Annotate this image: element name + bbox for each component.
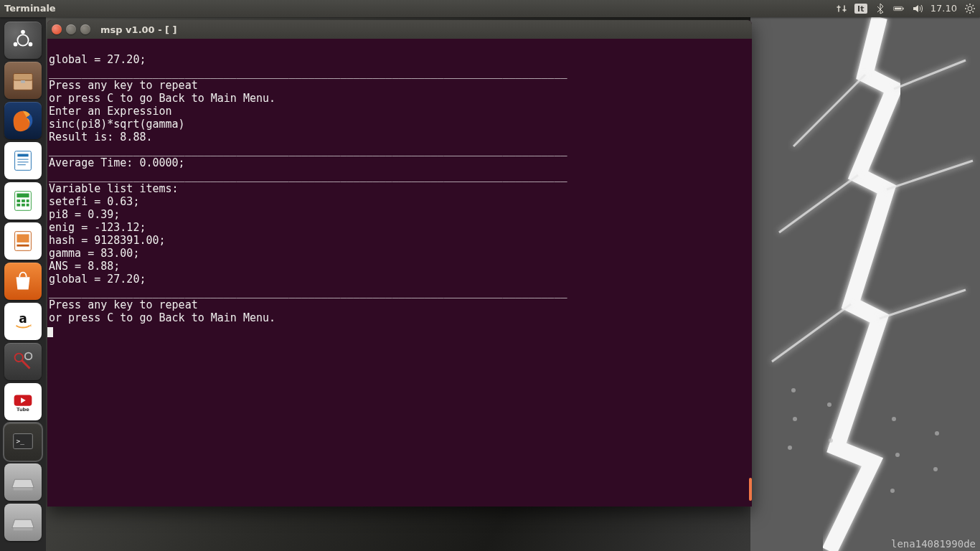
svg-line-11 bbox=[973, 5, 974, 6]
file-manager-icon bbox=[9, 67, 37, 94]
session-indicator[interactable] bbox=[964, 3, 976, 14]
svg-point-14 bbox=[14, 42, 18, 47]
unity-launcher: a Tube >_ bbox=[0, 17, 46, 551]
terminal-line: Result is: 8.88. bbox=[47, 131, 752, 143]
ubuntu-logo-icon bbox=[9, 27, 37, 54]
svg-point-46 bbox=[793, 417, 797, 421]
launcher-firefox[interactable] bbox=[4, 102, 42, 139]
wallpaper-watermark: lena14081990de bbox=[891, 538, 976, 550]
launcher-drive-2[interactable] bbox=[4, 504, 42, 541]
terminal-line: pi8 = 0.39; bbox=[47, 208, 752, 221]
terminal-scrollbar-thumb[interactable] bbox=[749, 478, 752, 501]
terminal-line: Variable list items: bbox=[47, 182, 752, 195]
top-panel: Terminale It 17.10 bbox=[0, 0, 980, 17]
launcher-terminal[interactable]: >_ bbox=[4, 423, 42, 461]
window-minimize-button[interactable] bbox=[66, 24, 76, 34]
launcher-settings[interactable] bbox=[4, 343, 42, 380]
terminal-body[interactable]: global = 27.20;_________________________… bbox=[47, 39, 752, 507]
svg-text:a: a bbox=[19, 311, 27, 326]
svg-point-45 bbox=[791, 388, 796, 392]
terminal-line: global = 27.20; bbox=[47, 273, 752, 286]
svg-point-53 bbox=[935, 431, 939, 435]
svg-point-54 bbox=[933, 467, 938, 471]
terminal-line: ________________________________________… bbox=[47, 66, 752, 79]
terminal-line: Press any key to repeat bbox=[47, 298, 752, 311]
amazon-icon: a bbox=[9, 308, 37, 335]
drive-icon bbox=[9, 468, 37, 496]
svg-point-48 bbox=[827, 402, 831, 407]
drive-icon bbox=[9, 509, 37, 536]
terminal-title: msp v1.00 - [ ] bbox=[100, 24, 177, 35]
launcher-amazon[interactable]: a bbox=[4, 303, 42, 340]
keyboard-layout-label: It bbox=[854, 4, 867, 14]
bluetooth-indicator[interactable] bbox=[875, 3, 886, 14]
battery-indicator[interactable] bbox=[893, 3, 905, 14]
terminal-titlebar[interactable]: msp v1.00 - [ ] bbox=[47, 20, 752, 39]
svg-point-49 bbox=[829, 438, 833, 443]
svg-line-8 bbox=[966, 5, 968, 6]
keyboard-layout-indicator[interactable]: It bbox=[854, 4, 867, 14]
svg-point-52 bbox=[890, 489, 895, 493]
sound-indicator[interactable] bbox=[912, 3, 923, 14]
terminal-line: Average Time: 0.0000; bbox=[47, 156, 752, 169]
clock[interactable]: 17.10 bbox=[930, 0, 957, 17]
svg-rect-28 bbox=[22, 199, 25, 202]
terminal-cursor bbox=[47, 327, 53, 337]
svg-point-15 bbox=[29, 42, 33, 47]
terminal-line: enig = -123.12; bbox=[47, 221, 752, 234]
launcher-impress[interactable] bbox=[4, 222, 42, 260]
launcher-software-center[interactable] bbox=[4, 263, 42, 300]
terminal-line: ________________________________________… bbox=[47, 286, 752, 298]
terminal-line: sinc(pi8)*sqrt(gamma) bbox=[47, 118, 752, 131]
launcher-calc[interactable] bbox=[4, 182, 42, 220]
svg-rect-35 bbox=[17, 245, 29, 247]
svg-rect-30 bbox=[17, 204, 20, 207]
wallpaper-lightning bbox=[750, 17, 980, 551]
wrench-gear-icon bbox=[9, 348, 37, 375]
svg-rect-26 bbox=[17, 194, 29, 198]
launcher-youtube[interactable]: Tube bbox=[4, 383, 42, 420]
window-maximize-button[interactable] bbox=[80, 24, 90, 34]
launcher-drive-1[interactable] bbox=[4, 463, 42, 501]
svg-rect-21 bbox=[17, 154, 28, 157]
window-close-button[interactable] bbox=[52, 24, 62, 34]
svg-point-12 bbox=[17, 34, 28, 45]
svg-rect-32 bbox=[27, 204, 29, 207]
youtube-icon: Tube bbox=[9, 388, 37, 415]
gear-icon bbox=[964, 3, 976, 14]
network-indicator[interactable] bbox=[836, 3, 847, 14]
launcher-writer[interactable] bbox=[4, 142, 42, 179]
svg-rect-27 bbox=[17, 199, 20, 202]
terminal-line: Enter an Expression bbox=[47, 105, 752, 118]
svg-line-9 bbox=[973, 11, 974, 13]
bluetooth-icon bbox=[875, 3, 886, 14]
battery-icon bbox=[893, 3, 905, 14]
terminal-window: msp v1.00 - [ ] global = 27.20;_________… bbox=[47, 20, 752, 507]
terminal-line: Press any key to repeat bbox=[47, 79, 752, 92]
terminal-line: global = 27.20; bbox=[47, 53, 752, 66]
firefox-icon bbox=[9, 107, 37, 134]
svg-text:>_: >_ bbox=[17, 437, 25, 445]
svg-rect-29 bbox=[27, 199, 29, 202]
impress-icon bbox=[9, 227, 37, 255]
network-icon bbox=[836, 3, 847, 14]
terminal-line: or press C to go Back to Main Menu. bbox=[47, 92, 752, 105]
volume-icon bbox=[912, 3, 923, 14]
svg-text:Tube: Tube bbox=[17, 407, 29, 413]
terminal-line: ________________________________________… bbox=[47, 143, 752, 156]
launcher-files[interactable] bbox=[4, 62, 42, 99]
svg-rect-2 bbox=[895, 8, 901, 10]
writer-icon bbox=[9, 147, 37, 174]
active-app-name: Terminale bbox=[4, 0, 56, 17]
terminal-line: ________________________________________… bbox=[47, 169, 752, 182]
svg-rect-1 bbox=[903, 8, 903, 10]
terminal-line: ANS = 8.88; bbox=[47, 260, 752, 273]
svg-rect-34 bbox=[17, 235, 29, 242]
terminal-line: setefi = 0.63; bbox=[47, 195, 752, 208]
svg-point-47 bbox=[788, 446, 792, 450]
calc-icon bbox=[9, 187, 37, 215]
svg-point-50 bbox=[892, 417, 896, 421]
launcher-dash[interactable] bbox=[4, 22, 42, 59]
svg-line-10 bbox=[966, 11, 968, 13]
svg-rect-44 bbox=[750, 17, 980, 551]
